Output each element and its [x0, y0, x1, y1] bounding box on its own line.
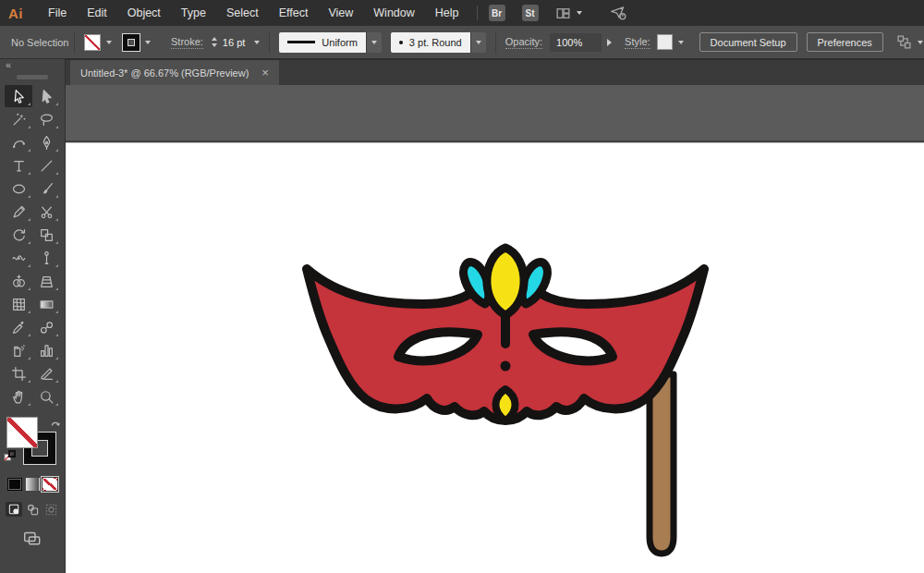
tool-shape-builder[interactable]: [5, 270, 32, 292]
badge-st[interactable]: St: [522, 5, 539, 21]
style-chevron-icon[interactable]: [678, 41, 684, 44]
menu-item-file[interactable]: File: [38, 0, 77, 26]
stepper-down-icon[interactable]: [212, 43, 217, 47]
tool-pen[interactable]: [32, 131, 60, 153]
share-icon[interactable]: [610, 5, 626, 21]
preferences-button[interactable]: Preferences: [807, 32, 883, 52]
mask-stick[interactable]: [650, 374, 674, 554]
badge-br[interactable]: Br: [489, 5, 505, 21]
tool-zoom[interactable]: [32, 385, 60, 408]
width-profile-chevron[interactable]: [366, 32, 382, 53]
fill-chevron-icon[interactable]: [106, 41, 112, 44]
menu-bar-items: FileEditObjectTypeSelectEffectViewWindow…: [38, 0, 469, 26]
workspace-switcher-icon[interactable]: [555, 6, 571, 21]
opacity-label[interactable]: Opacity:: [505, 36, 542, 49]
tool-scale[interactable]: [32, 224, 60, 246]
document-tab[interactable]: Untitled-3* @ 66.67% (RGB/Preview) ×: [70, 60, 279, 85]
tool-gradient[interactable]: [32, 293, 60, 315]
tool-slice[interactable]: [32, 362, 60, 384]
tool-paintbrush[interactable]: [32, 177, 60, 200]
tool-rotate[interactable]: [5, 224, 32, 246]
opacity-value: 100%: [556, 37, 582, 48]
control-separator: [269, 31, 270, 54]
stroke-width-value[interactable]: 16 pt: [223, 37, 245, 48]
tool-column-graph[interactable]: [32, 339, 60, 361]
menu-item-object[interactable]: Object: [117, 0, 171, 26]
control-separator: [495, 31, 496, 54]
opacity-field[interactable]: 100%: [550, 33, 602, 52]
center-ornament-dot[interactable]: [501, 361, 511, 372]
tool-puppet-warp[interactable]: [32, 247, 60, 269]
menu-item-help[interactable]: Help: [425, 0, 469, 26]
tool-artboard[interactable]: [5, 362, 32, 384]
artwork-masquerade-mask[interactable]: [295, 236, 720, 559]
stepper-up-icon[interactable]: [212, 37, 217, 41]
color-button[interactable]: [7, 478, 22, 491]
brush-chevron[interactable]: [470, 32, 486, 53]
tab-close-icon[interactable]: ×: [261, 67, 269, 79]
fill-color-swatch[interactable]: [84, 34, 101, 51]
style-label[interactable]: Style:: [625, 36, 650, 49]
tool-hand[interactable]: [5, 385, 32, 408]
arrange-icon[interactable]: [896, 34, 912, 50]
tool-shaper[interactable]: [5, 201, 32, 223]
opacity-arrow-icon[interactable]: [607, 39, 612, 46]
fill-proxy-swatch[interactable]: [6, 417, 38, 448]
fill-stroke-proxy: [4, 417, 61, 469]
width-profile-dropdown[interactable]: Uniform: [279, 32, 366, 53]
draw-normal-icon[interactable]: [6, 502, 22, 517]
canvas-pasteboard[interactable]: [66, 85, 924, 573]
app-logo: Ai: [8, 6, 23, 21]
illustrator-window: Ai FileEditObjectTypeSelectEffectViewWin…: [0, 0, 924, 573]
menu-item-edit[interactable]: Edit: [77, 0, 117, 26]
stroke-label[interactable]: Stroke:: [171, 36, 203, 49]
drawing-mode-buttons: [0, 502, 65, 517]
tool-selection[interactable]: [5, 85, 32, 107]
plume-center-feather[interactable]: [487, 248, 524, 315]
brush-dropdown[interactable]: 3 pt. Round: [391, 32, 470, 53]
tool-direct-selection[interactable]: [32, 85, 60, 107]
gradient-button[interactable]: [25, 478, 40, 491]
none-button[interactable]: [43, 478, 57, 491]
document-tab-strip: Untitled-3* @ 66.67% (RGB/Preview) ×: [66, 59, 924, 85]
brush-value: 3 pt. Round: [409, 37, 462, 48]
tool-lasso[interactable]: [32, 108, 60, 130]
tool-symbol-sprayer[interactable]: [5, 339, 32, 361]
tool-perspective-grid[interactable]: [32, 270, 60, 292]
stroke-width-stepper[interactable]: [212, 37, 217, 47]
stroke-width-chevron-icon[interactable]: [254, 41, 260, 44]
draw-inside-icon[interactable]: [43, 502, 59, 517]
uniform-profile-icon: [287, 41, 315, 43]
tool-line-segment[interactable]: [32, 154, 60, 177]
default-fill-stroke-icon[interactable]: [4, 449, 16, 466]
workspace-chevron-icon[interactable]: [577, 11, 582, 15]
tool-curvature[interactable]: [5, 131, 32, 153]
screen-mode-button[interactable]: [0, 530, 65, 547]
tools-panel: «: [0, 59, 66, 573]
panel-collapse-button[interactable]: «: [0, 59, 65, 73]
tool-blend[interactable]: [32, 316, 60, 338]
menu-item-window[interactable]: Window: [363, 0, 424, 26]
menu-item-type[interactable]: Type: [171, 0, 216, 26]
menu-item-select[interactable]: Select: [216, 0, 269, 26]
tool-scissors[interactable]: [32, 201, 60, 223]
menu-item-view[interactable]: View: [318, 0, 363, 26]
panel-drag-handle[interactable]: [17, 75, 48, 79]
bottom-drop[interactable]: [495, 389, 515, 421]
tool-magic-wand[interactable]: [5, 108, 32, 130]
stroke-color-swatch[interactable]: [123, 34, 140, 51]
stroke-chevron-icon[interactable]: [145, 41, 151, 44]
tool-mesh[interactable]: [5, 293, 32, 315]
control-bar: No Selection Stroke: 16 pt Uniform 3 pt.…: [0, 26, 924, 59]
tool-type[interactable]: [5, 154, 32, 177]
draw-behind-icon[interactable]: [24, 502, 41, 517]
tool-width[interactable]: [5, 247, 32, 269]
tool-eyedropper[interactable]: [5, 316, 32, 338]
tool-ellipse[interactable]: [5, 177, 32, 200]
swap-fill-stroke-icon[interactable]: [50, 417, 61, 433]
arrange-chevron-icon[interactable]: [918, 41, 923, 44]
menu-item-effect[interactable]: Effect: [269, 0, 319, 26]
document-setup-button[interactable]: Document Setup: [699, 32, 797, 52]
style-swatch[interactable]: [657, 34, 673, 50]
color-mode-buttons: [0, 478, 65, 491]
